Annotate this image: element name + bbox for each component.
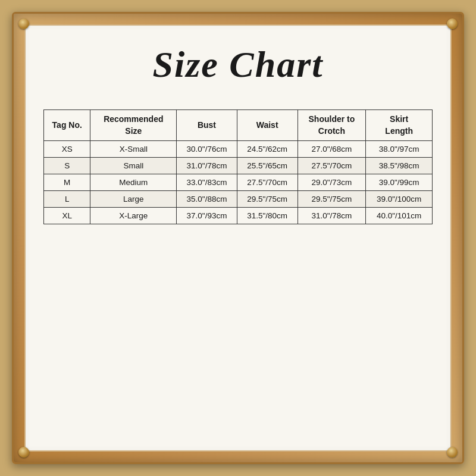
- table-header-row: Tag No. RecommendedSize Bust Waist Shoul…: [44, 110, 433, 141]
- cell-crotch: 31.0"/78cm: [298, 208, 366, 224]
- cell-waist: 31.5"/80cm: [237, 208, 298, 224]
- cell-waist: 25.5"/65cm: [237, 158, 298, 174]
- col-header-tag: Tag No.: [44, 110, 90, 141]
- cell-bust: 35.0"/88cm: [177, 191, 237, 208]
- table-row: S Small 31.0"/78cm 25.5"/65cm 27.5"/70cm…: [44, 158, 433, 174]
- cell-waist: 29.5"/75cm: [237, 191, 298, 208]
- bolt-bottom-right: [447, 447, 458, 458]
- cell-crotch: 27.5"/70cm: [298, 158, 366, 174]
- cell-tag: L: [44, 191, 90, 208]
- col-header-waist: Waist: [237, 110, 298, 141]
- table-row: XS X-Small 30.0"/76cm 24.5"/62cm 27.0"/6…: [44, 141, 433, 158]
- cell-bust: 33.0"/83cm: [177, 174, 237, 191]
- whiteboard: Size Chart Tag No. RecommendedSize Bust …: [24, 24, 452, 452]
- bolt-top-right: [447, 18, 458, 29]
- cell-crotch: 27.0"/68cm: [298, 141, 366, 158]
- cell-tag: M: [44, 174, 90, 191]
- cell-size: Large: [90, 191, 177, 208]
- page-title: Size Chart: [152, 43, 323, 86]
- bolt-top-left: [18, 18, 29, 29]
- cell-tag: S: [44, 158, 90, 174]
- cell-crotch: 29.5"/75cm: [298, 191, 366, 208]
- col-header-bust: Bust: [177, 110, 237, 141]
- cell-waist: 27.5"/70cm: [237, 174, 298, 191]
- table-row: L Large 35.0"/88cm 29.5"/75cm 29.5"/75cm…: [44, 191, 433, 208]
- size-chart-table: Tag No. RecommendedSize Bust Waist Shoul…: [43, 109, 433, 224]
- table-row: XL X-Large 37.0"/93cm 31.5"/80cm 31.0"/7…: [44, 208, 433, 224]
- cell-skirt: 39.0"/100cm: [366, 191, 433, 208]
- cell-tag: XL: [44, 208, 90, 224]
- col-header-skirt: SkirtLength: [366, 110, 433, 141]
- bolt-bottom-left: [18, 447, 29, 458]
- table-row: M Medium 33.0"/83cm 27.5"/70cm 29.0"/73c…: [44, 174, 433, 191]
- cell-skirt: 38.5"/98cm: [366, 158, 433, 174]
- cell-size: X-Large: [90, 208, 177, 224]
- cell-bust: 37.0"/93cm: [177, 208, 237, 224]
- cell-waist: 24.5"/62cm: [237, 141, 298, 158]
- cell-tag: XS: [44, 141, 90, 158]
- cell-crotch: 29.0"/73cm: [298, 174, 366, 191]
- cell-size: Medium: [90, 174, 177, 191]
- cell-skirt: 38.0"/97cm: [366, 141, 433, 158]
- cell-size: Small: [90, 158, 177, 174]
- wood-frame: Size Chart Tag No. RecommendedSize Bust …: [12, 12, 464, 464]
- col-header-crotch: Shoulder toCrotch: [298, 110, 366, 141]
- cell-skirt: 40.0"/101cm: [366, 208, 433, 224]
- cell-skirt: 39.0"/99cm: [366, 174, 433, 191]
- cell-bust: 30.0"/76cm: [177, 141, 237, 158]
- cell-size: X-Small: [90, 141, 177, 158]
- col-header-size: RecommendedSize: [90, 110, 177, 141]
- cell-bust: 31.0"/78cm: [177, 158, 237, 174]
